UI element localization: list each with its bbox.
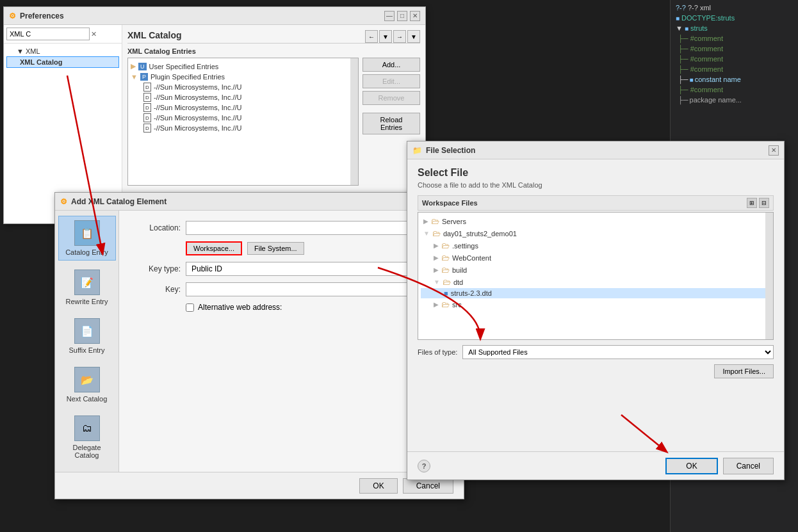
- folder-icon: ▶: [131, 62, 136, 70]
- tree-item-comment2[interactable]: ├─ #comment: [671, 44, 798, 54]
- file-sel-close-button[interactable]: ✕: [769, 145, 779, 156]
- workspace-icon-1[interactable]: ⊞: [747, 198, 757, 208]
- file-system-button[interactable]: File System...: [247, 242, 304, 255]
- file-sel-bottom: ? OK Cancel: [407, 451, 784, 480]
- tree-item-xml[interactable]: ?-? ?-? xml: [671, 3, 798, 13]
- maximize-button[interactable]: □: [397, 11, 407, 21]
- remove-button[interactable]: Remove: [362, 91, 420, 105]
- help-button[interactable]: ?: [418, 460, 430, 472]
- entry-item-1[interactable]: D -//Sun Microsystems, Inc.//U: [131, 82, 355, 92]
- workspace-button[interactable]: Workspace...: [186, 241, 242, 255]
- file-tree[interactable]: ▶ 🗁 Servers ▼ 🗁 day01_struts2_demo01 ▶ 🗁…: [418, 212, 774, 340]
- file-tree-dtd[interactable]: ▼ 🗁 dtd: [421, 276, 770, 288]
- search-area: ✕: [4, 25, 122, 44]
- file-icon-title: 📁: [412, 146, 422, 155]
- add-xml-bottom: OK Cancel: [55, 472, 464, 499]
- file-sel-cancel-button[interactable]: Cancel: [723, 458, 774, 474]
- expand-icon-webcontent: ▶: [434, 254, 439, 261]
- tree-item-doctype[interactable]: ■ DOCTYPE:struts: [671, 13, 798, 23]
- entries-scrollbar[interactable]: [350, 58, 358, 185]
- next-catalog-item[interactable]: 📂 Next Catalog: [58, 363, 116, 407]
- tree-item-comment5[interactable]: ├─ #comment: [671, 85, 798, 95]
- add-xml-catalog-window: ⚙ Add XML Catalog Element ✕ 📋 Catalog En…: [54, 192, 464, 499]
- key-row: Key:: [129, 282, 453, 296]
- workspace-label: Workspace Files: [422, 199, 478, 207]
- entry-item-3[interactable]: D -//Sun Microsystems, Inc.//U: [131, 102, 355, 113]
- doc-icon-2: D: [143, 93, 151, 102]
- workspace-icon-2[interactable]: ⊟: [759, 198, 769, 208]
- file-sel-titlebar: 📁 File Selection ✕: [407, 141, 784, 159]
- pref-tree-xml-catalog[interactable]: XML Catalog: [6, 56, 119, 68]
- tree-item-comment1[interactable]: ├─ #comment: [671, 33, 798, 44]
- add-xml-ok-button[interactable]: OK: [359, 478, 397, 494]
- key-type-label: Key type:: [129, 264, 181, 273]
- forward-arrow[interactable]: →: [393, 30, 406, 43]
- file-tree-src[interactable]: ▶ 🗁 src: [421, 298, 770, 310]
- suffix-entry-label: Suffix Entry: [69, 346, 104, 354]
- gear-icon: ⚙: [9, 12, 16, 20]
- file-sel-action-buttons: OK Cancel: [665, 458, 774, 474]
- file-tree-project[interactable]: ▼ 🗁 day01_struts2_demo01: [421, 227, 770, 239]
- folder-icon-servers: 🗁: [431, 216, 439, 226]
- doc-icon-5: D: [143, 124, 151, 133]
- down-arrow[interactable]: ▼: [379, 30, 392, 43]
- tree-item-comment4[interactable]: ├─ #comment: [671, 64, 798, 74]
- edit-button[interactable]: Edit...: [362, 74, 420, 88]
- file-tree-dtd-file[interactable]: ■ struts-2.3.dtd: [421, 288, 770, 298]
- import-files-button[interactable]: Import Files...: [714, 364, 774, 378]
- folder-icon-build: 🗁: [441, 265, 450, 275]
- folder-icon-dtd: 🗁: [443, 277, 451, 287]
- file-type-row: Files of type: All Supported Files: [418, 345, 774, 359]
- rewrite-entry-item[interactable]: 📝 Rewrite Entry: [58, 266, 116, 309]
- expand-icon-src: ▶: [434, 301, 439, 308]
- close-button[interactable]: ✕: [410, 11, 420, 21]
- entry-item-4[interactable]: D -//Sun Microsystems, Inc.//U: [131, 113, 355, 123]
- reload-entries-button[interactable]: Reload Entries: [362, 113, 420, 134]
- catalog-entry-icon: 📋: [74, 220, 100, 246]
- folder-icon-project: 🗁: [432, 229, 441, 238]
- file-sel-ok-button[interactable]: OK: [665, 458, 717, 474]
- entry-item-2[interactable]: D -//Sun Microsystems, Inc.//U: [131, 92, 355, 102]
- user-specified-group[interactable]: ▶ U User Specified Entries: [131, 61, 355, 72]
- suffix-entry-item[interactable]: 📄 Suffix Entry: [58, 314, 116, 358]
- file-tree-settings[interactable]: ▶ 🗁 .settings: [421, 239, 770, 252]
- workspace-header: Workspace Files ⊞ ⊟: [418, 195, 774, 211]
- file-type-select[interactable]: All Supported Files: [462, 345, 774, 359]
- pref-tree-xml[interactable]: ▼ XML: [6, 46, 119, 56]
- add-xml-cancel-button[interactable]: Cancel: [403, 478, 453, 494]
- expand-icon: ▼: [131, 73, 138, 81]
- gear-icon-2: ⚙: [60, 197, 67, 206]
- add-xml-titlebar: ⚙ Add XML Catalog Element ✕: [55, 193, 464, 211]
- file-tree-build[interactable]: ▶ 🗁 build: [421, 264, 770, 276]
- catalog-entry-item[interactable]: 📋 Catalog Entry: [58, 216, 116, 261]
- catalog-entry-label: Catalog Entry: [65, 248, 108, 256]
- file-sel-description: Choose a file to add to the XML Catalog: [418, 181, 774, 189]
- file-selection-window: 📁 File Selection ✕ Select File Choose a …: [407, 141, 785, 480]
- add-button[interactable]: Add...: [362, 58, 420, 72]
- catalog-section-title: XML Catalog Entries: [127, 47, 420, 55]
- next-catalog-label: Next Catalog: [67, 395, 108, 403]
- tree-item-struts[interactable]: ▼ ■ struts: [671, 23, 798, 33]
- expand-icon-dtd: ▼: [434, 278, 440, 286]
- alt-web-checkbox[interactable]: [186, 303, 194, 312]
- delegate-catalog-item[interactable]: 🗂 Delegate Catalog: [58, 412, 116, 463]
- clear-icon[interactable]: ✕: [91, 30, 97, 38]
- menu-arrow[interactable]: ▼: [407, 30, 420, 43]
- file-tree-scrollbar[interactable]: [765, 213, 773, 339]
- file-tree-servers[interactable]: ▶ 🗁 Servers: [421, 215, 770, 227]
- tree-item-comment3[interactable]: ├─ #comment: [671, 54, 798, 64]
- navigation-arrows: ← ▼ → ▼: [365, 30, 420, 43]
- tree-item-package[interactable]: ├─package name...: [671, 95, 798, 105]
- entries-list[interactable]: ▶ U User Specified Entries ▼ P Plugin Sp…: [127, 58, 359, 186]
- entry-item-5[interactable]: D -//Sun Microsystems, Inc.//U: [131, 123, 355, 133]
- file-tree-webcontent[interactable]: ▶ 🗁 WebContent: [421, 252, 770, 264]
- delegate-catalog-icon: 🗂: [74, 415, 100, 441]
- plugin-specified-group[interactable]: ▼ P Plugin Specified Entries: [131, 72, 355, 82]
- location-row: Location:: [129, 221, 453, 235]
- tree-item-constant[interactable]: ├─■ constant name: [671, 74, 798, 85]
- alt-web-label: Alternative web address:: [198, 303, 282, 312]
- user-entries-icon: U: [138, 63, 147, 70]
- back-arrow[interactable]: ←: [365, 30, 378, 43]
- search-input[interactable]: [6, 28, 90, 40]
- minimize-button[interactable]: —: [384, 11, 395, 21]
